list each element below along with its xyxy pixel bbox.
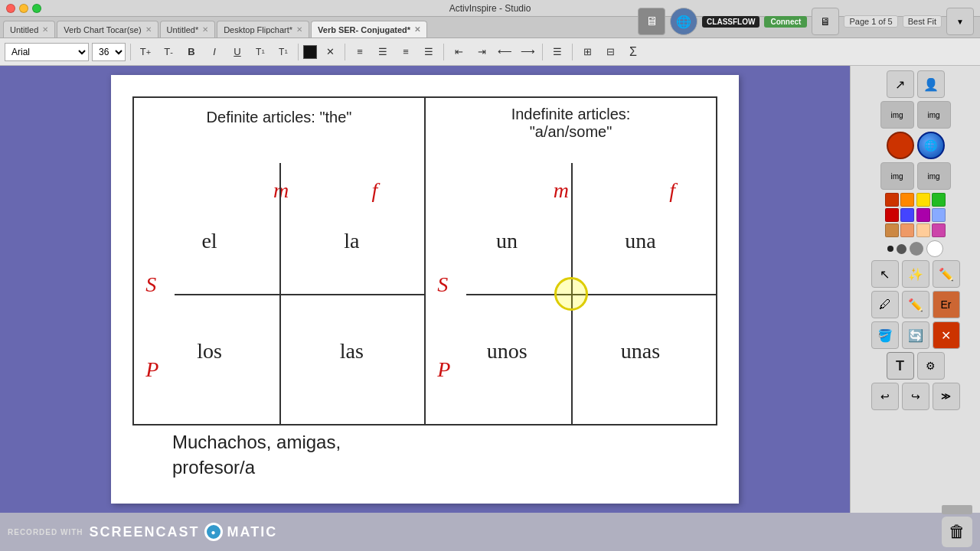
globe-icon[interactable]: 🌐 [670,8,697,35]
export-icon[interactable]: ↗ [887,70,914,98]
tab-close-verb-chart[interactable]: ✕ [145,25,152,34]
connect-button[interactable]: Connect [764,16,807,28]
redo-button[interactable]: ↪ [902,383,929,410]
align-left-button[interactable]: ≡ [350,43,370,61]
brand-screencast: SCREENCAST [90,524,200,540]
tab-bar: Untitled ✕ Verb Chart Tocar(se) ✕ Untitl… [0,17,980,38]
window-title: ActivInspire - Studio [449,3,531,14]
profile-icon[interactable]: 👤 [917,70,945,98]
tab-close-untitled[interactable]: ✕ [42,25,48,34]
fill-tool[interactable]: 🪣 [871,321,899,349]
refresh-tool[interactable]: 🔄 [902,321,929,349]
superscript-button[interactable]: T+ [136,43,155,61]
white-circle-dot [926,240,943,257]
dropdown-arrow[interactable]: ▼ [946,8,974,35]
tab-close-verb-ser[interactable]: ✕ [414,25,420,34]
rp-undoredo-row: ↩ ↪ ≫ [871,383,960,410]
thumbnail2-icon[interactable]: img [917,101,951,129]
tab-close-untitled2[interactable]: ✕ [202,25,208,34]
color-red[interactable] [885,193,899,207]
definite-grid: m f S P el la los [134,163,424,424]
definite-panel: Definite articles: "the" m f S P [134,98,426,424]
close-button[interactable] [6,4,15,13]
rp-tool-row2: 🖊 ✏️ Er [871,291,960,318]
indefinite-grid: m f S P un una [426,163,716,424]
undo-button[interactable]: ↩ [871,383,899,410]
thumb3-icon[interactable]: img [880,162,914,190]
sigma-button[interactable]: Σ [623,43,643,61]
extra-tool[interactable]: ⚙ [917,352,945,380]
definite-hline [175,294,424,295]
canvas-area: Definite articles: "the" m f S P [0,66,850,513]
font-size-select[interactable]: 36 [92,43,126,61]
align-right-button[interactable]: ≡ [396,43,416,61]
font-family-select[interactable]: Arial [5,43,89,61]
indefinite-hline [466,294,716,295]
maximize-button[interactable] [32,4,41,13]
color-lightblue[interactable] [932,208,946,222]
tab-verb-chart[interactable]: Verb Chart Tocar(se) ✕ [57,21,158,37]
definite-las: las [340,339,364,364]
red-tool-icon[interactable] [887,132,914,159]
indent-btn3[interactable]: ⟶ [518,43,537,61]
text-big-tool[interactable]: T [887,352,914,380]
definite-title: Definite articles: "the" [134,98,424,126]
color-darkred[interactable] [885,208,899,222]
color-blue[interactable] [900,208,914,222]
color-green[interactable] [932,193,946,207]
align-center-button[interactable]: ☰ [373,43,393,61]
color-picker[interactable] [303,45,317,59]
highlighter-tool[interactable]: 🖊 [871,291,899,318]
delete-tool[interactable]: ✕ [933,321,960,349]
strikethrough-button[interactable]: ✕ [320,43,340,61]
tab-untitled2[interactable]: Untitled* ✕ [160,21,216,37]
subscript-button[interactable]: T- [158,43,178,61]
color-orange[interactable] [900,193,914,207]
brand-matic: MATIC [227,524,278,540]
align-justify-button[interactable]: ☰ [419,43,439,61]
italic-button[interactable]: I [204,43,224,61]
indent-btn2[interactable]: ⟵ [495,43,514,61]
color-yellow[interactable] [916,193,930,207]
indent-decrease-button[interactable]: ⇤ [449,43,469,61]
window-controls[interactable] [6,4,41,13]
minimize-button[interactable] [19,4,28,13]
trash-icon[interactable]: 🗑 [942,517,972,547]
tab-close-desktop[interactable]: ✕ [296,25,302,34]
definite-s-label: S [145,272,156,297]
magic-tool[interactable]: ✨ [902,260,929,288]
indent-increase-button[interactable]: ⇥ [472,43,492,61]
tab-untitled[interactable]: Untitled ✕ [3,21,55,37]
monitor2-icon[interactable]: 🖥 [812,8,839,35]
thumb4-icon[interactable]: img [917,162,951,190]
color-peach[interactable] [900,223,914,237]
color-pink[interactable] [932,223,946,237]
color-purple[interactable] [916,208,930,222]
indefinite-p-label: P [437,357,450,382]
color-tan[interactable] [916,223,930,237]
thumbnail1-icon[interactable]: img [880,101,914,129]
table2-button[interactable]: ⊟ [600,43,620,61]
color-brown1[interactable] [885,223,899,237]
tab-verb-ser[interactable]: Verb SER- Conjugated* ✕ [311,21,427,37]
indefinite-unas: unas [621,339,660,364]
globe-tool-icon[interactable]: 🌐 [917,132,945,159]
monitor-icon[interactable]: 🖥 [638,8,665,35]
underline-button[interactable]: U [227,43,247,61]
cursor-tool[interactable]: ↖ [871,260,899,288]
erase-tool[interactable]: Er [933,291,960,318]
tab-desktop-flipchart[interactable]: Desktop Flipchart* ✕ [217,21,309,37]
brand-row: SCREENCAST ● MATIC [90,523,278,541]
table-button[interactable]: ⊞ [577,43,597,61]
white-canvas: Definite articles: "the" m f S P [111,75,739,504]
tab-bar-right: 🖥 🌐 CLASSFLOW Connect 🖥 Page 1 of 5 Best… [638,8,974,35]
indefinite-title: Indefinite articles: "a/an/some" [426,98,716,141]
bullets-button[interactable]: ☰ [547,43,567,61]
rp-row-3: 🌐 [887,132,945,159]
bold-button[interactable]: B [181,43,201,61]
t-sub-button[interactable]: T1 [273,43,293,61]
expand-button[interactable]: ≫ [933,383,960,410]
t-super-button[interactable]: T1 [250,43,270,61]
text-tool[interactable]: ✏️ [933,260,960,288]
marker-tool[interactable]: ✏️ [902,291,929,318]
